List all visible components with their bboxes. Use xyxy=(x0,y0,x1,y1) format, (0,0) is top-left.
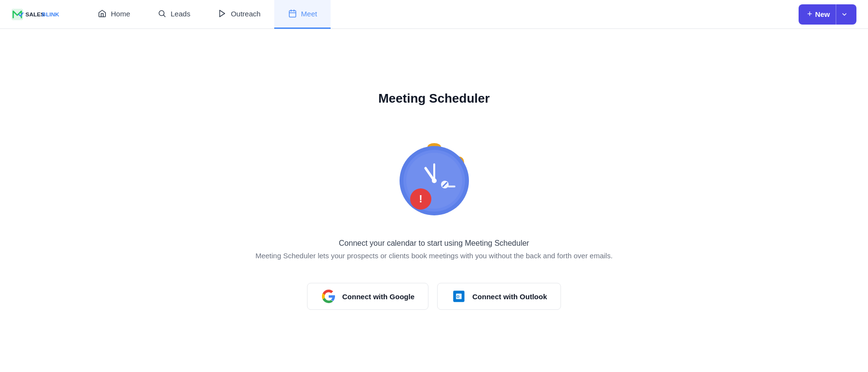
logo[interactable]: SALES BLINK xyxy=(12,6,65,23)
svg-text:O: O xyxy=(456,294,459,299)
description-line1: Connect your calendar to start using Mee… xyxy=(255,239,613,248)
new-btn-chevron-icon[interactable] xyxy=(836,4,848,25)
new-button[interactable]: + New xyxy=(799,4,856,25)
nav-item-leads[interactable]: Leads xyxy=(144,0,204,29)
connect-google-button[interactable]: Connect with Google xyxy=(307,283,428,310)
nav-label-meet: Meet xyxy=(301,10,317,18)
svg-marker-5 xyxy=(220,10,225,17)
salesblink-logo: SALES BLINK xyxy=(12,6,65,23)
nav-items: Home Leads Outreach xyxy=(84,0,799,29)
nav-item-outreach[interactable]: Outreach xyxy=(204,0,274,29)
navbar: SALES BLINK Home Leads xyxy=(0,0,868,29)
navbar-right: + New xyxy=(799,4,856,25)
page-title: Meeting Scheduler xyxy=(378,91,490,106)
description-block: Connect your calendar to start using Mee… xyxy=(255,239,613,260)
main-content: Meeting Scheduler ! xyxy=(0,29,868,372)
meet-icon xyxy=(288,9,297,18)
google-icon xyxy=(321,289,336,304)
svg-text:BLINK: BLINK xyxy=(42,11,60,18)
outreach-icon xyxy=(217,9,227,18)
svg-rect-6 xyxy=(289,11,296,17)
nav-label-leads: Leads xyxy=(171,10,190,18)
connect-google-label: Connect with Google xyxy=(342,292,414,301)
scheduler-illustration: ! xyxy=(386,125,482,222)
clock-illustration: ! xyxy=(391,128,478,219)
svg-point-3 xyxy=(159,11,164,16)
description-line2: Meeting Scheduler lets your prospects or… xyxy=(255,252,613,260)
new-btn-label: New xyxy=(815,10,830,18)
nav-label-outreach: Outreach xyxy=(231,10,261,18)
leads-icon xyxy=(157,9,167,18)
home-icon xyxy=(97,9,107,18)
outlook-icon: O xyxy=(451,289,467,304)
svg-text:!: ! xyxy=(419,193,422,205)
connect-outlook-button[interactable]: O Connect with Outlook xyxy=(437,283,561,310)
svg-line-4 xyxy=(164,15,165,16)
new-btn-plus-icon: + xyxy=(807,9,813,19)
connect-outlook-label: Connect with Outlook xyxy=(472,292,547,301)
nav-item-home[interactable]: Home xyxy=(84,0,144,29)
connect-buttons: Connect with Google O Connect with Outlo… xyxy=(307,283,561,310)
nav-item-meet[interactable]: Meet xyxy=(274,0,331,29)
nav-label-home: Home xyxy=(111,10,130,18)
